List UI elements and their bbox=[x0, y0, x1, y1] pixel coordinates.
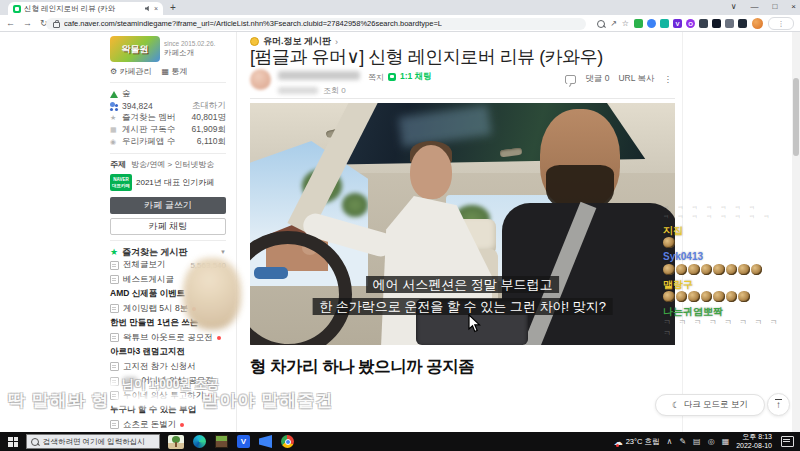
board-icon bbox=[110, 275, 119, 284]
board-label: 쇼츠로 돈벌기 bbox=[123, 419, 176, 431]
cafe-since: since 2015.02.26. bbox=[164, 40, 215, 47]
start-button[interactable] bbox=[0, 432, 26, 451]
sidebar-group-header[interactable]: 아르마3 랜덤고지전 bbox=[110, 345, 226, 360]
chat-username: 나는귀염뽀짝 bbox=[663, 305, 789, 317]
cafe-write-button[interactable]: 카페 글쓰기 bbox=[110, 197, 226, 214]
browser-menu-button[interactable]: ⋮ bbox=[768, 17, 794, 30]
zoom-icon[interactable] bbox=[597, 20, 605, 28]
subtitle-line-1: 에어 서스펜션은 정말 부드럽고 bbox=[366, 275, 560, 294]
stat-value: 40,801명 bbox=[192, 112, 227, 124]
url-copy-button[interactable]: URL 복사 bbox=[618, 73, 654, 85]
scrollbar-thumb[interactable] bbox=[793, 78, 799, 156]
chrome-icon[interactable] bbox=[281, 435, 294, 448]
v-app-icon[interactable]: V bbox=[237, 435, 250, 448]
author-avatar[interactable] bbox=[250, 69, 271, 90]
tray-expand-icon[interactable]: ∧ bbox=[667, 437, 673, 446]
extension-icon[interactable] bbox=[725, 19, 734, 28]
bookmark-star-icon[interactable]: ☆ bbox=[622, 19, 629, 28]
minecraft-icon[interactable] bbox=[215, 435, 228, 448]
window-chevron-icon[interactable]: ∨ bbox=[731, 2, 737, 11]
address-bar[interactable]: cafe.naver.com/steamindiegame?iframe_url… bbox=[46, 18, 586, 30]
blue-app-icon[interactable] bbox=[259, 435, 272, 448]
cafe-manage-link[interactable]: ⚙ 카페관리 bbox=[110, 66, 151, 77]
one-to-one-chat-link[interactable]: 1:1 채팅 bbox=[400, 71, 432, 83]
forest-label[interactable]: 숲 bbox=[122, 88, 131, 100]
pen-tray-icon[interactable]: ✎ bbox=[679, 437, 686, 446]
emote-icon bbox=[751, 264, 763, 276]
taskbar-clock[interactable]: 오후 8:13 2022-08-10 bbox=[736, 433, 772, 451]
cafe-sidebar: 왁물원 since 2015.02.26. 카페소개 ⚙ 카페관리 ▦ 통계 숲… bbox=[110, 36, 226, 432]
emote-icon bbox=[701, 291, 713, 303]
tray-grid-icon[interactable]: ▦ bbox=[722, 437, 730, 446]
comment-count[interactable]: 댓글 0 bbox=[585, 73, 609, 85]
active-tab[interactable]: 신형 레인지로버 리뷰 (카와 × bbox=[8, 2, 163, 15]
topic-value[interactable]: 방송/연예 > 인터넷방송 bbox=[131, 159, 214, 170]
post-image-car-interior[interactable]: 에어 서스펜션은 정말 부드럽고 한 손가락으로 운전을 할 수 있는 그런 차… bbox=[250, 103, 675, 345]
cafe-stat-rows: ★즐겨찾는 멤버40,801명▦게시판 구독수61,909회◉우리카페앱 수6,… bbox=[110, 112, 226, 148]
ime-keyboard-icon[interactable]: ▤ bbox=[693, 437, 701, 446]
emote-icon bbox=[701, 264, 713, 276]
censored-word-blur bbox=[115, 394, 195, 408]
chat-emote-row bbox=[663, 236, 789, 249]
faded-laugh-row: ㅋ ㅋ ㅋ ㅋ ㅋ ㅋ ㅋ ㅋ bbox=[663, 213, 789, 222]
invite-link[interactable]: 초대하기 bbox=[192, 100, 226, 112]
chevron-down-icon[interactable]: ▼ bbox=[220, 249, 226, 255]
scroll-to-top-button[interactable]: ↑ bbox=[767, 393, 790, 416]
tray-circle-icon[interactable]: ◎ bbox=[708, 437, 715, 446]
audio-playing-icon bbox=[145, 6, 151, 12]
extension-icon[interactable] bbox=[634, 19, 643, 28]
sidebar-board-item[interactable]: 왁튜브 아웃트로 공모전 bbox=[110, 331, 226, 346]
post-more-icon[interactable]: ⋮ bbox=[664, 74, 673, 84]
award-text: 2021년 대표 인기카페 bbox=[136, 177, 214, 188]
driver-head bbox=[410, 145, 452, 199]
browser-toolbar: ← → ↻ cafe.naver.com/steamindiegame?ifra… bbox=[0, 15, 800, 32]
emote-icon bbox=[676, 291, 688, 303]
search-placeholder: 검색하려면 여기에 입력하십시 bbox=[43, 437, 145, 447]
cafe-chat-button[interactable]: 카페 채팅 bbox=[110, 218, 226, 235]
extension-icon[interactable] bbox=[712, 19, 721, 28]
new-post-badge bbox=[180, 423, 184, 427]
dark-mode-toggle-button[interactable]: ☾ 다크 모드로 보기 bbox=[655, 394, 765, 416]
extension-icon[interactable] bbox=[699, 19, 708, 28]
emote-icon bbox=[663, 264, 675, 276]
chat-emote-row bbox=[663, 263, 789, 276]
share-icon[interactable]: ↗ bbox=[610, 19, 617, 28]
sidebar-board-item[interactable]: 쇼츠로 돈벌기 bbox=[110, 418, 226, 433]
stat-label: 게시판 구독수 bbox=[122, 124, 175, 136]
extension-icon[interactable] bbox=[660, 19, 669, 28]
cafe-logo[interactable]: 왁물원 bbox=[110, 36, 160, 62]
favorite-boards-header[interactable]: 즐겨찾는 게시판 bbox=[122, 246, 188, 259]
window-maximize-button[interactable]: □ bbox=[772, 2, 777, 11]
board-label: 베스트게시글 bbox=[123, 274, 174, 286]
stat_star-icon: ★ bbox=[110, 114, 118, 122]
extension-icon[interactable] bbox=[647, 19, 656, 28]
window-close-button[interactable]: × bbox=[791, 2, 796, 11]
window-minimize-button[interactable]: — bbox=[750, 2, 758, 11]
back-button[interactable]: ← bbox=[6, 18, 15, 28]
extension-icon[interactable] bbox=[738, 19, 747, 28]
profile-avatar[interactable] bbox=[752, 18, 763, 29]
sidebar-board-item[interactable]: 고지전 참가 신청서 bbox=[110, 360, 226, 375]
pinned-image-shortcut-icon[interactable] bbox=[168, 435, 184, 449]
note-link[interactable]: 쪽지 bbox=[368, 72, 384, 83]
edge-icon[interactable] bbox=[193, 435, 206, 448]
extension-icon[interactable]: O bbox=[686, 19, 695, 28]
weather-widget[interactable]: ☁ 23°C 흐림 bbox=[614, 437, 660, 447]
moon-icon: ☾ bbox=[672, 400, 680, 410]
forward-button[interactable]: → bbox=[23, 18, 32, 28]
cafe-stats-link[interactable]: ▦ 통계 bbox=[161, 66, 187, 77]
stat_board-icon: ▦ bbox=[110, 126, 118, 134]
notification-center-icon[interactable] bbox=[781, 436, 794, 447]
tab-close-icon[interactable]: × bbox=[154, 5, 158, 12]
board-label: 고지전 참가 신청서 bbox=[123, 361, 196, 373]
author-name-blurred[interactable] bbox=[278, 71, 360, 80]
censored-nickname-blur bbox=[93, 380, 119, 390]
emote-icon bbox=[688, 264, 700, 276]
browser-tab-strip: 신형 레인지로버 리뷰 (카와 × + ∨ — □ × bbox=[0, 0, 800, 15]
cafe-stat-row: ◉우리카페앱 수6,110회 bbox=[110, 136, 226, 148]
extension-icon[interactable]: V bbox=[673, 19, 682, 28]
cafe-intro-link[interactable]: 카페소개 bbox=[164, 48, 215, 58]
emote-icon bbox=[663, 291, 675, 303]
new-tab-button[interactable]: + bbox=[170, 2, 176, 13]
taskbar-search-box[interactable]: 검색하려면 여기에 입력하십시 bbox=[26, 434, 160, 449]
